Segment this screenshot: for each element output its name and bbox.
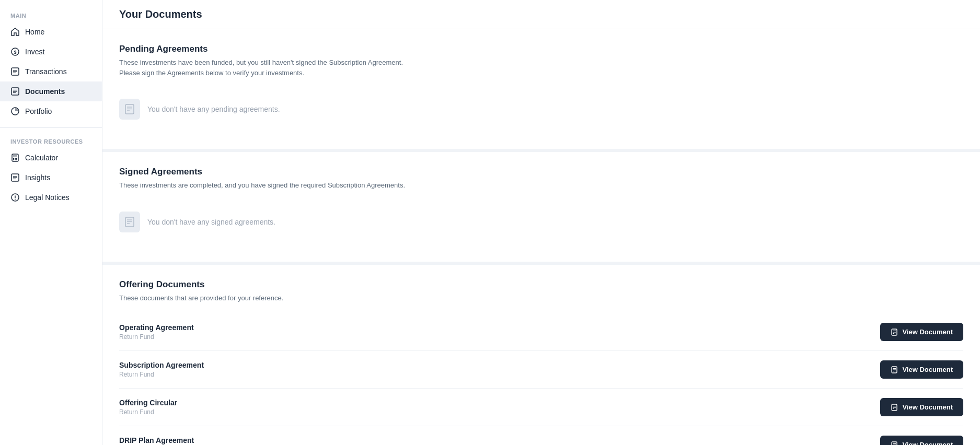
svg-point-25 xyxy=(15,199,16,200)
sidebar-item-invest[interactable]: $ Invest xyxy=(0,42,102,62)
home-icon xyxy=(10,27,20,37)
signed-empty-icon xyxy=(119,212,140,232)
offering-documents-list: Operating Agreement Return Fund View Doc… xyxy=(119,313,963,445)
doc-info: Subscription Agreement Return Fund xyxy=(119,361,204,378)
pending-empty-state: You don't have any pending agreements. xyxy=(119,88,963,130)
doc-info: Operating Agreement Return Fund xyxy=(119,323,194,341)
offering-documents-title: Offering Documents xyxy=(119,279,963,290)
document-icon xyxy=(891,329,898,336)
doc-fund: Return Fund xyxy=(119,371,204,378)
sidebar-item-home[interactable]: Home xyxy=(0,22,102,42)
sidebar-item-transactions[interactable]: Transactions xyxy=(0,62,102,81)
doc-name: Subscription Agreement xyxy=(119,361,204,369)
doc-name: Operating Agreement xyxy=(119,323,194,332)
doc-name: Offering Circular xyxy=(119,399,177,407)
doc-info: DRIP Plan Agreement Return Fund xyxy=(119,436,194,445)
doc-row: Offering Circular Return Fund View Docum… xyxy=(119,389,963,426)
document-icon xyxy=(891,404,898,411)
sidebar-item-insights[interactable]: Insights xyxy=(0,168,102,188)
signed-empty-state: You don't have any signed agreements. xyxy=(119,201,963,243)
view-document-button[interactable]: View Document xyxy=(880,323,963,341)
view-document-button[interactable]: View Document xyxy=(880,360,963,379)
svg-rect-15 xyxy=(16,158,17,159)
view-document-label: View Document xyxy=(902,328,953,336)
sidebar-section-main: Main xyxy=(0,8,102,22)
page-header: Your Documents xyxy=(102,0,980,29)
documents-icon xyxy=(10,87,20,96)
doc-row: Operating Agreement Return Fund View Doc… xyxy=(119,313,963,351)
sidebar-item-portfolio-label: Portfolio xyxy=(25,107,52,115)
transactions-icon xyxy=(10,67,20,76)
pending-empty-icon xyxy=(119,99,140,120)
signed-agreements-section: Signed Agreements These investments are … xyxy=(102,152,980,265)
offering-documents-section: Offering Documents These documents that … xyxy=(102,265,980,446)
sidebar-item-documents[interactable]: Documents xyxy=(0,81,102,101)
sidebar-item-calculator-label: Calculator xyxy=(25,154,58,162)
sidebar-item-legal-notices[interactable]: Legal Notices xyxy=(0,188,102,207)
sidebar-item-insights-label: Insights xyxy=(25,173,50,182)
sidebar: Main Home $ Invest Transactions xyxy=(0,0,102,445)
view-document-button[interactable]: View Document xyxy=(880,436,963,445)
sidebar-section-resources: Investor Resources xyxy=(0,134,102,148)
view-document-label: View Document xyxy=(902,403,953,411)
doc-fund: Return Fund xyxy=(119,408,177,416)
calculator-icon xyxy=(10,153,20,162)
doc-fund: Return Fund xyxy=(119,333,194,341)
document-icon xyxy=(891,366,898,373)
pending-agreements-section: Pending Agreements These investments hav… xyxy=(102,29,980,152)
portfolio-icon xyxy=(10,107,20,116)
sidebar-item-invest-label: Invest xyxy=(25,48,44,56)
legal-icon xyxy=(10,193,20,202)
svg-rect-18 xyxy=(16,159,17,160)
svg-text:$: $ xyxy=(14,50,16,55)
svg-rect-16 xyxy=(13,159,14,160)
page-title: Your Documents xyxy=(119,8,963,20)
doc-info: Offering Circular Return Fund xyxy=(119,399,177,416)
offering-documents-description: These documents that are provided for yo… xyxy=(119,293,963,303)
signed-agreements-title: Signed Agreements xyxy=(119,167,963,177)
doc-row: DRIP Plan Agreement Return Fund View Doc… xyxy=(119,426,963,445)
svg-rect-12 xyxy=(13,155,17,157)
doc-row: Subscription Agreement Return Fund View … xyxy=(119,351,963,389)
sidebar-divider xyxy=(0,127,102,128)
sidebar-item-portfolio[interactable]: Portfolio xyxy=(0,101,102,121)
sidebar-item-transactions-label: Transactions xyxy=(25,67,67,76)
signed-agreements-description: These investments are completed, and you… xyxy=(119,180,963,191)
signed-empty-text: You don't have any signed agreements. xyxy=(147,218,275,226)
document-icon xyxy=(891,441,898,446)
pending-empty-text: You don't have any pending agreements. xyxy=(147,105,280,113)
doc-name: DRIP Plan Agreement xyxy=(119,436,194,444)
main-content: Your Documents Pending Agreements These … xyxy=(102,0,980,445)
svg-rect-14 xyxy=(15,158,16,159)
invest-icon: $ xyxy=(10,47,20,56)
insights-icon xyxy=(10,173,20,182)
svg-rect-17 xyxy=(15,159,16,160)
sidebar-item-home-label: Home xyxy=(25,28,44,36)
svg-rect-13 xyxy=(13,158,14,159)
sidebar-item-calculator[interactable]: Calculator xyxy=(0,148,102,168)
view-document-label: View Document xyxy=(902,441,953,445)
sidebar-item-documents-label: Documents xyxy=(25,87,65,96)
pending-agreements-description: These investments have been funded, but … xyxy=(119,57,963,78)
sidebar-item-legal-notices-label: Legal Notices xyxy=(25,193,70,202)
pending-agreements-title: Pending Agreements xyxy=(119,44,963,54)
view-document-button[interactable]: View Document xyxy=(880,398,963,416)
view-document-label: View Document xyxy=(902,366,953,373)
